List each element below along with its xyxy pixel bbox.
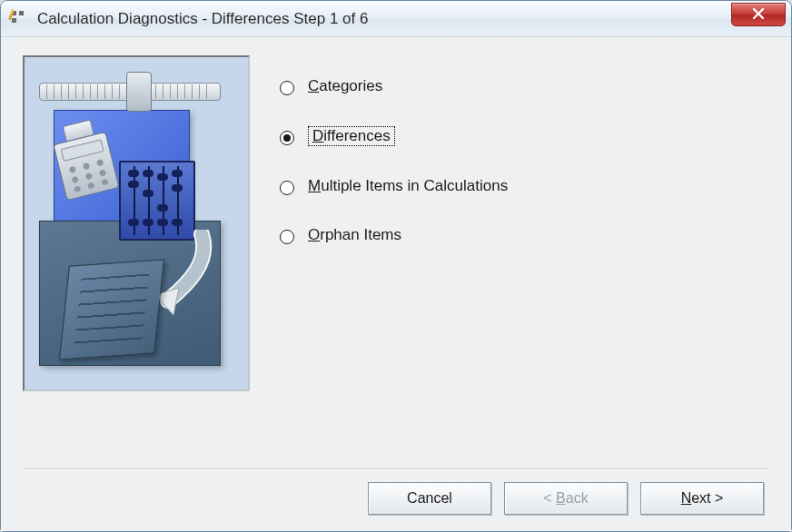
option-differences[interactable]: Differences: [275, 126, 508, 146]
option-label-orphan: Orphan Items: [308, 226, 401, 244]
close-icon: [752, 7, 765, 23]
option-label-differences: Differences: [308, 126, 395, 146]
close-button[interactable]: [731, 3, 786, 26]
dialog-window: Calculation Diagnostics - Differences St…: [0, 0, 792, 532]
window-title: Calculation Diagnostics - Differences St…: [37, 10, 368, 28]
next-label: Next >: [681, 490, 724, 507]
calculator-wizard-icon: [10, 9, 30, 29]
option-label-multiple: Multiple Items in Calculations: [308, 177, 508, 195]
cancel-button[interactable]: Cancel: [368, 482, 491, 515]
titlebar: Calculation Diagnostics - Differences St…: [1, 1, 791, 37]
button-row: Cancel < Back Next >: [23, 482, 769, 515]
radio-differences[interactable]: [280, 131, 294, 145]
back-button: < Back: [504, 482, 628, 515]
document-icon: [59, 259, 164, 360]
wizard-illustration: [23, 55, 250, 391]
option-label-categories: Categories: [308, 77, 382, 95]
radio-multiple[interactable]: [280, 181, 294, 195]
cancel-label: Cancel: [407, 490, 452, 507]
option-multiple[interactable]: Multiple Items in Calculations: [275, 177, 508, 195]
option-orphan[interactable]: Orphan Items: [275, 226, 508, 244]
client-area: CategoriesDifferencesMultiple Items in C…: [1, 37, 791, 531]
back-label: < Back: [543, 490, 588, 507]
gauge-icon: [39, 72, 221, 112]
option-categories[interactable]: Categories: [275, 77, 508, 95]
radio-categories[interactable]: [280, 81, 294, 95]
next-button[interactable]: Next >: [640, 482, 764, 515]
options-group: CategoriesDifferencesMultiple Items in C…: [275, 55, 508, 452]
separator: [23, 468, 769, 469]
abacus-icon: [119, 161, 195, 241]
radio-orphan[interactable]: [280, 230, 294, 244]
